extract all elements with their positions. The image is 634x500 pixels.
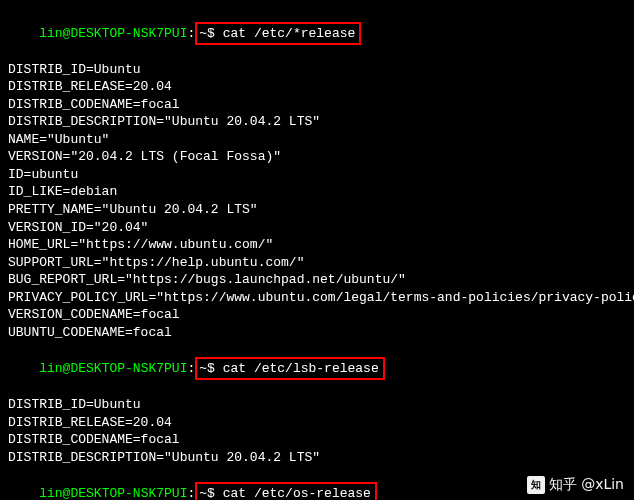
prompt-user-host: lin@DESKTOP-NSK7PUI — [39, 26, 187, 41]
output-line: DISTRIB_ID=Ubuntu — [8, 396, 626, 414]
watermark: 知 知乎 @xLin — [527, 475, 624, 494]
prompt-path: ~ — [199, 486, 207, 500]
prompt-colon: : — [187, 361, 195, 376]
output-line: PRETTY_NAME="Ubuntu 20.04.2 LTS" — [8, 201, 626, 219]
output-line: VERSION_ID="20.04" — [8, 219, 626, 237]
highlight-box: ~$ cat /etc/*release — [195, 22, 361, 46]
output-line: DISTRIB_RELEASE=20.04 — [8, 78, 626, 96]
prompt-colon: : — [187, 26, 195, 41]
output-line: DISTRIB_CODENAME=focal — [8, 431, 626, 449]
zhihu-icon: 知 — [527, 476, 545, 494]
output-line: DISTRIB_DESCRIPTION="Ubuntu 20.04.2 LTS" — [8, 449, 626, 467]
output-line: VERSION="20.04.2 LTS (Focal Fossa)" — [8, 148, 626, 166]
output-line: PRIVACY_POLICY_URL="https://www.ubuntu.c… — [8, 289, 626, 307]
prompt-user-host: lin@DESKTOP-NSK7PUI — [39, 486, 187, 500]
highlight-box: ~$ cat /etc/lsb-release — [195, 357, 384, 381]
output-line: ID_LIKE=debian — [8, 183, 626, 201]
output-line: BUG_REPORT_URL="https://bugs.launchpad.n… — [8, 271, 626, 289]
prompt-sep: $ — [207, 361, 223, 376]
output-line: SUPPORT_URL="https://help.ubuntu.com/" — [8, 254, 626, 272]
prompt-user-host: lin@DESKTOP-NSK7PUI — [39, 361, 187, 376]
command-text: cat /etc/*release — [223, 26, 356, 41]
output-line: VERSION_CODENAME=focal — [8, 306, 626, 324]
output-line: DISTRIB_RELEASE=20.04 — [8, 414, 626, 432]
prompt-line: lin@DESKTOP-NSK7PUI:~$ cat /etc/*release — [8, 6, 626, 61]
prompt-line: lin@DESKTOP-NSK7PUI:~$ cat /etc/lsb-rele… — [8, 341, 626, 396]
output-line: DISTRIB_CODENAME=focal — [8, 96, 626, 114]
prompt-path: ~ — [199, 26, 207, 41]
command-text: cat /etc/lsb-release — [223, 361, 379, 376]
command-text: cat /etc/os-release — [223, 486, 371, 500]
output-line: UBUNTU_CODENAME=focal — [8, 324, 626, 342]
terminal-output: lin@DESKTOP-NSK7PUI:~$ cat /etc/*release… — [8, 6, 626, 500]
prompt-colon: : — [187, 486, 195, 500]
output-line: NAME="Ubuntu" — [8, 131, 626, 149]
watermark-text: 知乎 @xLin — [549, 475, 624, 494]
highlight-box: ~$ cat /etc/os-release — [195, 482, 377, 500]
prompt-sep: $ — [207, 486, 223, 500]
output-line: DISTRIB_DESCRIPTION="Ubuntu 20.04.2 LTS" — [8, 113, 626, 131]
output-line: ID=ubuntu — [8, 166, 626, 184]
output-line: HOME_URL="https://www.ubuntu.com/" — [8, 236, 626, 254]
prompt-path: ~ — [199, 361, 207, 376]
output-line: DISTRIB_ID=Ubuntu — [8, 61, 626, 79]
prompt-sep: $ — [207, 26, 223, 41]
